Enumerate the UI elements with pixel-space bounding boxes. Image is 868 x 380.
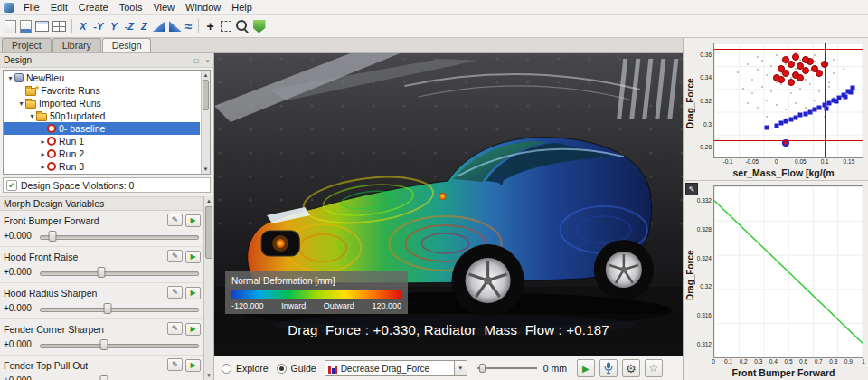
- guide-radio[interactable]: [277, 364, 287, 374]
- tree-item-0-baseline[interactable]: 0- baseline: [4, 122, 200, 135]
- slider-handle[interactable]: [100, 339, 108, 350]
- y-tick-label: 0.332: [697, 196, 712, 203]
- new-project-icon[interactable]: [5, 20, 16, 33]
- tree-item-50p1updated[interactable]: ▾50p1updated: [4, 109, 200, 122]
- apply-hood-front-raise-button[interactable]: ▶: [185, 251, 201, 263]
- menu-item-edit[interactable]: Edit: [45, 1, 73, 14]
- import-icon[interactable]: [20, 20, 32, 33]
- violations-text: Design Space Violations: 0: [21, 180, 134, 191]
- expander-icon[interactable]: ▾: [17, 100, 25, 108]
- apply-front-bumper-forward-button[interactable]: ▶: [185, 214, 201, 227]
- play-button[interactable]: ▶: [577, 359, 595, 377]
- expander-icon[interactable]: ▸: [39, 138, 47, 146]
- scatter-plot-area[interactable]: [713, 43, 863, 158]
- microphone-button[interactable]: [599, 359, 618, 377]
- pan-icon[interactable]: +: [204, 19, 217, 33]
- apply-hood-radius-sharpen-button[interactable]: ▶: [185, 287, 201, 299]
- morph-ramp-inverse-icon[interactable]: [169, 21, 182, 32]
- x-tick-label: 0.15: [844, 158, 855, 165]
- pareto-runs-point: [813, 108, 817, 112]
- flow-lines-icon[interactable]: ≈: [185, 19, 193, 33]
- scroll-up-icon[interactable]: ▲: [203, 71, 209, 79]
- slider-handle[interactable]: [49, 231, 57, 242]
- morph-ramp-icon[interactable]: [153, 21, 165, 32]
- scroll-up-icon[interactable]: ▲: [206, 197, 212, 204]
- menu-item-create[interactable]: Create: [73, 1, 114, 14]
- edit-hood-front-raise-button[interactable]: ✎: [167, 250, 183, 262]
- edit-hood-radius-sharpen-button[interactable]: ✎: [167, 286, 183, 299]
- panel-close-icon[interactable]: ×: [205, 57, 210, 65]
- tree-item-label: Imported Runs: [39, 98, 101, 109]
- fender-corner-sharpen-slider[interactable]: [40, 338, 201, 351]
- scroll-down-icon[interactable]: ▼: [206, 372, 212, 379]
- hood-radius-sharpen-slider[interactable]: [40, 302, 201, 315]
- single-view-icon[interactable]: [35, 21, 49, 32]
- favorite-button[interactable]: ☆: [645, 359, 663, 377]
- tree-scrollbar-thumb[interactable]: [203, 80, 209, 110]
- menu-item-window[interactable]: Window: [180, 1, 226, 14]
- scrollbar-thumb[interactable]: [205, 206, 212, 259]
- zoom-icon[interactable]: [235, 19, 250, 33]
- variable-value: +0.000: [4, 231, 36, 241]
- viewport-3d[interactable]: Normal Deformation [mm] -120.000 Inward …: [214, 53, 683, 356]
- morph-distance-handle[interactable]: [479, 364, 486, 373]
- expander-icon[interactable]: ▸: [39, 163, 47, 171]
- apply-fender-top-pull-out-button[interactable]: ▶: [185, 359, 201, 372]
- line-plot[interactable]: ✎ Drag_Force 00.10.20.30.40.50.60.70.80.…: [684, 181, 868, 380]
- explore-radio[interactable]: [222, 364, 231, 374]
- scatter-plot[interactable]: Drag_Force -0.1-0.0500.050.10.150.280.30…: [684, 38, 868, 181]
- menu-item-file[interactable]: File: [18, 1, 45, 14]
- view-x-icon[interactable]: X: [78, 21, 88, 32]
- expander-icon[interactable]: ▸: [39, 150, 47, 158]
- line-plot-area[interactable]: [713, 185, 863, 358]
- legend-min-label: Inward: [281, 301, 306, 310]
- dropdown-arrow-icon[interactable]: ▼: [454, 361, 467, 375]
- expander-icon[interactable]: ▾: [28, 112, 36, 120]
- expander-icon[interactable]: ▾: [6, 74, 14, 82]
- slider-handle[interactable]: [103, 303, 111, 314]
- tree-item-run-1[interactable]: ▸Run 1: [4, 135, 200, 147]
- variables-scrollbar[interactable]: ▲ ▼: [203, 196, 213, 380]
- fender-top-pull-out-slider[interactable]: [40, 375, 201, 380]
- tree-item-run-2[interactable]: ▸Run 2: [4, 147, 200, 160]
- tree-scrollbar[interactable]: ▲ ▼: [201, 71, 210, 174]
- tree-item-imported-runs[interactable]: ▾Imported Runs: [4, 97, 200, 109]
- all-runs-point: [790, 92, 792, 94]
- tree-item-newbleu[interactable]: ▾NewBleu: [4, 71, 200, 84]
- variable-value: +0.000: [4, 267, 36, 277]
- tab-project[interactable]: Project: [2, 38, 52, 52]
- edit-fender-corner-sharpen-button[interactable]: ✎: [167, 322, 183, 335]
- all-runs-point: [751, 92, 753, 94]
- slider-handle[interactable]: [97, 267, 105, 278]
- apply-fender-corner-sharpen-button[interactable]: ▶: [185, 323, 201, 336]
- menu-item-tools[interactable]: Tools: [114, 1, 148, 14]
- hood-front-raise-slider[interactable]: [40, 266, 201, 279]
- morph-variables-header: Morph Design Variables: [0, 196, 203, 211]
- probe-tool-button[interactable]: ✎: [685, 183, 698, 195]
- menu-item-help[interactable]: Help: [226, 1, 258, 14]
- multi-view-icon[interactable]: [52, 21, 66, 32]
- panel-float-icon[interactable]: □: [194, 57, 199, 65]
- settings-button[interactable]: ⚙: [622, 359, 640, 377]
- menu-item-view[interactable]: View: [147, 1, 180, 14]
- view-neg-y-icon[interactable]: -Y: [91, 21, 105, 32]
- menu-items: FileEditCreateToolsViewWindowHelp: [18, 2, 258, 13]
- view-z-icon[interactable]: Z: [139, 21, 149, 32]
- edit-fender-top-pull-out-button[interactable]: ✎: [167, 358, 183, 371]
- slider-handle[interactable]: [100, 375, 108, 380]
- tab-library[interactable]: Library: [52, 38, 101, 52]
- tree-item-run-3[interactable]: ▸Run 3: [4, 160, 200, 173]
- morph-distance-slider[interactable]: [477, 363, 537, 374]
- objective-dropdown[interactable]: Decrease Drag_Force ▼: [325, 360, 467, 376]
- toolbar: X-YY-ZZ≈+: [0, 15, 868, 38]
- front-bumper-forward-slider[interactable]: [40, 230, 201, 242]
- scroll-down-icon[interactable]: ▼: [203, 166, 209, 173]
- view-neg-z-icon[interactable]: -Z: [123, 21, 136, 32]
- edit-front-bumper-forward-button[interactable]: ✎: [167, 214, 183, 226]
- tab-design[interactable]: Design: [102, 38, 152, 52]
- zoom-region-icon[interactable]: [221, 21, 231, 32]
- tree-item-favorite-runs[interactable]: ★Favorite Runs: [4, 84, 200, 97]
- pareto-runs-point: [798, 113, 803, 118]
- view-y-icon[interactable]: Y: [108, 21, 118, 32]
- design-check-icon[interactable]: [253, 20, 266, 33]
